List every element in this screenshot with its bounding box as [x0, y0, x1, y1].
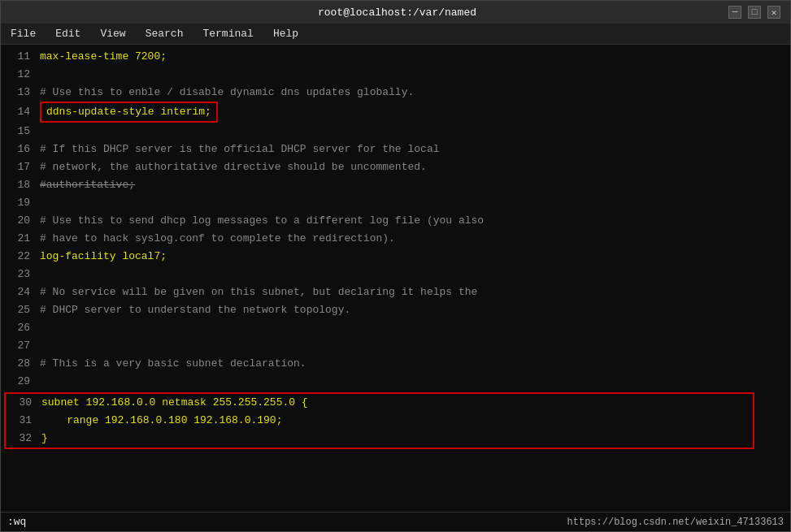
code-line-22: 22 log-facility local7; [1, 248, 790, 266]
minimize-button[interactable]: ─ [728, 6, 741, 19]
menu-view[interactable]: View [97, 27, 128, 41]
code-line-11: 11 max-lease-time 7200; [1, 48, 790, 66]
code-line-24: 24 # No service will be given on this su… [1, 283, 790, 301]
code-line-12: 12 [1, 66, 790, 84]
code-line-25: 25 # DHCP server to understand the netwo… [1, 301, 790, 319]
editor-area: 11 max-lease-time 7200; 12 13 # Use this… [1, 45, 790, 512]
code-line-32: 32 } [6, 430, 753, 448]
menu-search[interactable]: Search [142, 27, 187, 41]
vim-command: :wq [7, 516, 26, 528]
status-bar: :wq https://blog.csdn.net/weixin_4713361… [1, 512, 790, 531]
url-watermark: https://blog.csdn.net/weixin_47133613 [567, 517, 784, 528]
terminal-window: root@localhost:/var/named ─ □ ✕ File Edi… [0, 0, 791, 532]
menu-file[interactable]: File [7, 27, 39, 41]
code-line-15: 15 [1, 123, 790, 141]
close-button[interactable]: ✕ [767, 6, 780, 19]
code-line-26: 26 [1, 319, 790, 337]
code-line-31: 31 range 192.168.0.180 192.168.0.190; [6, 412, 753, 430]
code-line-16: 16 # If this DHCP server is the official… [1, 141, 790, 158]
menu-terminal[interactable]: Terminal [199, 27, 256, 41]
code-line-27: 27 [1, 337, 790, 355]
code-line-21: 21 # have to hack syslog.conf to complet… [1, 230, 790, 248]
code-line-19: 19 [1, 194, 790, 212]
code-line-17: 17 # network, the authoritative directiv… [1, 158, 790, 176]
code-line-23: 23 [1, 266, 790, 283]
code-line-13: 13 # Use this to enble / disable dynamic… [1, 84, 790, 102]
title-bar: root@localhost:/var/named ─ □ ✕ [1, 1, 790, 24]
window-controls: ─ □ ✕ [728, 6, 790, 19]
code-line-18: 18 #authoritative; [1, 176, 790, 194]
menu-edit[interactable]: Edit [52, 27, 84, 41]
code-line-20: 20 # Use this to send dhcp log messages … [1, 212, 790, 230]
code-line-28: 28 # This is a very basic subnet declara… [1, 355, 790, 373]
maximize-button[interactable]: □ [748, 6, 761, 19]
subnet-block: 30 subnet 192.168.0.0 netmask 255.255.25… [4, 392, 754, 449]
window-title: root@localhost:/var/named [66, 6, 728, 19]
code-line-30: 30 subnet 192.168.0.0 netmask 255.255.25… [6, 394, 753, 412]
menu-bar: File Edit View Search Terminal Help [1, 24, 790, 45]
code-line-29: 29 [1, 373, 790, 391]
menu-help[interactable]: Help [270, 27, 302, 41]
code-line-14: 14 ddns-update-style interim; [1, 102, 790, 123]
